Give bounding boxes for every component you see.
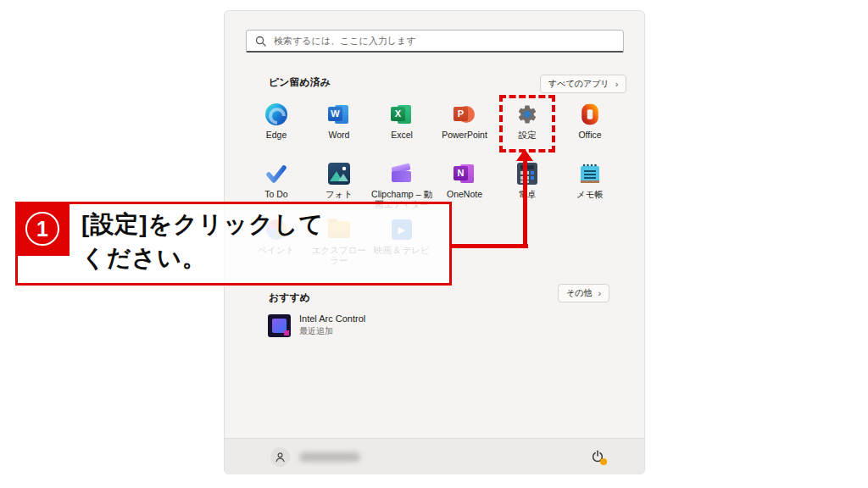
- search-icon: [255, 36, 266, 47]
- start-menu-footer: [225, 438, 644, 474]
- todo-check-icon: [265, 163, 287, 185]
- user-name-blurred: [299, 452, 360, 462]
- clipchamp-icon: [391, 163, 413, 185]
- step-number: 1: [25, 212, 59, 246]
- recommended-item-text: Intel Arc Control 最近追加: [299, 313, 365, 337]
- annotation-arrow-vertical: [523, 160, 527, 247]
- notepad-icon: [581, 163, 599, 185]
- app-label: To Do: [245, 189, 308, 199]
- onenote-icon: N: [453, 163, 476, 185]
- person-icon: [275, 452, 286, 463]
- app-tile-photos[interactable]: フォト: [308, 162, 370, 199]
- recommended-section-title: おすすめ: [269, 291, 310, 305]
- screenshot-stage: ピン留め済み すべてのアプリ › EdgeWWordXExcelPPowerPo…: [0, 0, 868, 488]
- all-apps-label: すべてのアプリ: [548, 78, 609, 90]
- recommended-item-name: Intel Arc Control: [299, 313, 365, 324]
- more-label: その他: [566, 287, 592, 299]
- app-tile-office[interactable]: Office: [559, 103, 621, 140]
- app-label: 電卓: [496, 189, 559, 199]
- annotation-line2: ください。: [81, 241, 324, 275]
- calculator-icon: [517, 163, 537, 185]
- photos-icon: [328, 163, 350, 185]
- intel-arc-control-icon: [268, 314, 291, 337]
- annotation-line1: [設定]をクリックして: [81, 208, 324, 241]
- user-account-button[interactable]: [270, 447, 290, 467]
- app-tile-todo[interactable]: To Do: [245, 162, 308, 199]
- more-button[interactable]: その他 ›: [558, 284, 609, 302]
- recommended-item-subtitle: 最近追加: [299, 325, 365, 337]
- recommended-item-intel-arc-control[interactable]: Intel Arc Control 最近追加: [268, 313, 365, 337]
- app-label: Edge: [245, 130, 308, 140]
- office-icon: [579, 103, 601, 125]
- app-label: フォト: [308, 189, 370, 199]
- app-label: Excel: [370, 130, 433, 140]
- app-tile-onenote[interactable]: NOneNote: [433, 162, 496, 199]
- search-box[interactable]: [246, 30, 624, 53]
- app-tile-excel[interactable]: XExcel: [370, 103, 433, 140]
- update-pending-badge: [600, 458, 607, 465]
- app-tile-word[interactable]: WWord: [308, 103, 370, 140]
- all-apps-button[interactable]: すべてのアプリ ›: [540, 75, 626, 93]
- app-label: PowerPoint: [433, 130, 496, 140]
- app-tile-notepad[interactable]: メモ帳: [559, 162, 621, 199]
- excel-icon: X: [391, 103, 413, 125]
- powerpoint-icon: P: [453, 103, 476, 125]
- app-label: メモ帳: [559, 189, 621, 199]
- app-tile-calculator[interactable]: 電卓: [496, 162, 559, 199]
- app-tile-powerpoint[interactable]: PPowerPoint: [433, 103, 496, 140]
- app-label: OneNote: [433, 189, 496, 199]
- app-tile-edge[interactable]: Edge: [245, 103, 308, 140]
- settings-highlight-dashed-box: [499, 95, 555, 152]
- app-label: Office: [559, 130, 621, 140]
- annotation-arrow-head: [516, 149, 533, 161]
- pinned-section-title: ピン留め済み: [269, 75, 331, 90]
- step-number-badge: 1: [15, 202, 70, 256]
- chevron-right-icon: ›: [615, 80, 619, 89]
- annotation-arrow-horizontal: [449, 244, 528, 248]
- search-input[interactable]: [274, 36, 623, 46]
- app-label: Word: [308, 130, 370, 140]
- edge-icon: [265, 103, 287, 125]
- annotation-text: [設定]をクリックして ください。: [81, 208, 324, 275]
- word-icon: W: [328, 103, 350, 125]
- chevron-right-icon: ›: [598, 289, 601, 298]
- power-button[interactable]: [584, 443, 611, 470]
